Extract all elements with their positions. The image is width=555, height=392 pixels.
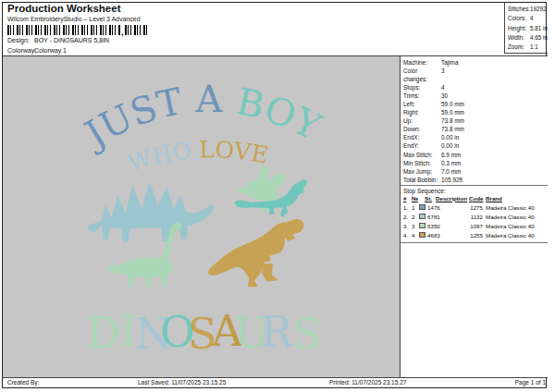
row2-code: 1132 <box>456 214 483 220</box>
design-value: BOY - DINOSAURS 5,8IN <box>34 37 109 43</box>
row3-st: 6350 <box>427 223 440 229</box>
up-label: Up: <box>403 116 441 125</box>
printed-text: Printed: 11/07/2025 23.15.27 <box>329 379 406 386</box>
colorway-value: Colorway 1 <box>34 47 67 54</box>
row1-code: 1275 <box>456 204 483 211</box>
width-label: Width: <box>508 33 530 43</box>
colorway-row: Colorway: Colorway 1 <box>7 47 67 54</box>
min-stitch-value: 0.3 mm <box>441 159 461 167</box>
up-value: 73.8 mm <box>441 116 464 125</box>
row2-num: 2. <box>403 214 408 220</box>
machine-value: Tajima <box>441 58 458 67</box>
endy-label: EndY: <box>403 141 441 150</box>
trims-label: Trims: <box>403 92 441 100</box>
left-label: Left: <box>403 100 441 108</box>
height-value: 5.81 in <box>530 24 548 33</box>
trex-back-leg <box>262 263 278 282</box>
colors-label: Colors: <box>508 14 530 23</box>
endx-value: 0.00 in <box>441 133 459 141</box>
text-dinosaurs: D I N O S A U R S <box>86 306 322 359</box>
page-title: Production Worksheet <box>7 3 120 14</box>
text-boy: BOY <box>232 80 327 148</box>
row2-st: 6781 <box>427 214 440 220</box>
row3-thread-swatch <box>419 223 426 229</box>
col-description: Description <box>436 195 467 202</box>
row1-thread-swatch <box>419 204 426 211</box>
stop-row-2: 2. 2 6781 1132 Madeira Classic 40 <box>401 213 548 222</box>
stitches-label: Stitches: <box>508 5 530 14</box>
created-by-label: Created By: <box>7 379 39 386</box>
row1-num: 1. <box>403 204 408 211</box>
row1-no: 1 <box>412 204 414 211</box>
design-summary-box: Stitches:19292 Colors:4 Height:5.81 in W… <box>504 2 548 54</box>
stop-sequence-header: # № St. Description Code Brand <box>401 195 548 203</box>
row3-no: 3 <box>412 223 414 229</box>
color-changes-value: 3 <box>441 67 445 83</box>
barcode-bars-tail <box>125 25 149 35</box>
row3-code: 1097 <box>456 223 483 229</box>
stop-row-3: 3. 3 6350 1097 Madeira Classic 40 <box>401 222 548 231</box>
stop-sequence-title: Stop Sequence: <box>401 186 548 195</box>
trims-value: 30 <box>441 92 448 100</box>
right-label: Right: <box>403 108 441 116</box>
page-number: Page 1 of 1 <box>472 379 546 386</box>
machine-stats-list: Machine:Tajima Color changes:3 Stops:4 T… <box>401 56 548 184</box>
row3-brand: Madeira Classic 40 <box>486 223 535 229</box>
row4-brand: Madeira Classic 40 <box>486 232 535 239</box>
max-jump-value: 7.0 mm <box>441 167 461 176</box>
row2-no: 2 <box>412 214 414 220</box>
colorway-label: Colorway: <box>7 47 34 54</box>
height-label: Height: <box>508 24 530 33</box>
down-value: 73.8 mm <box>441 125 464 133</box>
row4-no: 4 <box>412 232 414 239</box>
min-stitch-label: Min Stitch: <box>403 159 441 167</box>
row1-brand: Madeira Classic 40 <box>486 204 535 211</box>
embroidery-design: JUST A BOY WHO LOVES D I <box>3 56 400 377</box>
width-value: 4.65 in <box>530 33 548 43</box>
colors-value: 4 <box>530 14 534 23</box>
design-preview: JUST A BOY WHO LOVES D I <box>3 56 400 377</box>
endy-value: 0.00 in <box>441 141 459 150</box>
max-stitch-label: Max Stitch: <box>403 151 441 159</box>
col-num: # <box>403 195 406 202</box>
col-no: № <box>412 195 418 202</box>
right-value: 59.0 mm <box>441 108 464 116</box>
col-code: Code <box>469 195 483 202</box>
row4-st: 4683 <box>427 232 440 239</box>
barcode-bars-main <box>7 25 120 35</box>
color-changes-label: Color changes: <box>403 67 441 83</box>
stegosaurus-silhouette <box>88 182 215 243</box>
last-saved-text: Last Saved: 11/07/2025 23.15.25 <box>138 379 226 386</box>
footer-divider <box>2 377 548 378</box>
col-brand: Brand <box>486 195 502 202</box>
row2-brand: Madeira Classic 40 <box>486 214 535 220</box>
production-worksheet-page: Production Worksheet Wilcom EmbroiderySt… <box>0 0 555 392</box>
row4-num: 4. <box>403 232 408 239</box>
stop-row-4: 4. 4 4683 1255 Madeira Classic 40 <box>401 231 548 240</box>
letter-d: D <box>86 308 120 358</box>
row3-num: 3. <box>403 223 408 229</box>
row2-thread-swatch <box>419 214 426 220</box>
stitches-value: 19292 <box>530 5 547 14</box>
design-barcode: , <box>7 24 149 35</box>
trex-silhouette <box>208 219 303 287</box>
machine-info-panel: Machine:Tajima Color changes:3 Stops:4 T… <box>400 56 548 377</box>
row4-thread-swatch <box>419 232 426 239</box>
endx-label: EndX: <box>403 133 441 141</box>
stop-table-bottom-border <box>401 242 548 243</box>
total-bobbin-value: 105.92ft <box>441 176 462 184</box>
letter-r: R <box>260 307 293 357</box>
brontosaurus-silhouette <box>106 223 182 287</box>
max-jump-label: Max Jump: <box>403 167 441 176</box>
design-name-row: Design: BOY - DINOSAURS 5,8IN <box>7 37 109 43</box>
down-label: Down: <box>403 125 441 133</box>
software-subtitle: Wilcom EmbroideryStudio – Level 3 Advanc… <box>7 16 141 22</box>
row1-st: 1476 <box>427 204 440 211</box>
letter-s2: S <box>292 309 322 359</box>
total-bobbin-label: Total Bobbin: <box>403 176 441 184</box>
text-who: WHO <box>125 137 200 178</box>
machine-label: Machine: <box>403 58 441 67</box>
left-value: 59.0 mm <box>441 100 464 108</box>
stops-label: Stops: <box>403 83 441 92</box>
stops-value: 4 <box>441 83 445 92</box>
